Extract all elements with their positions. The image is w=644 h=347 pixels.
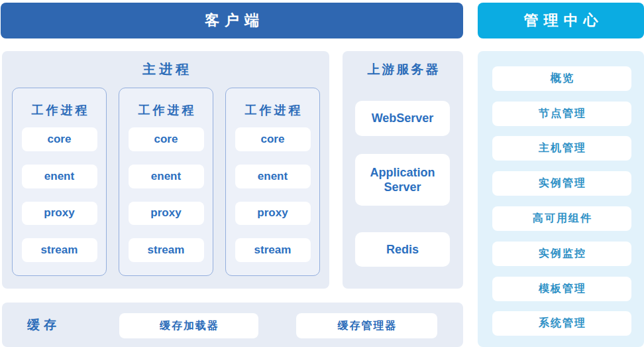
worker-module-enent: enent — [129, 165, 204, 188]
management-center-header-label: 管理中心 — [519, 11, 604, 31]
admin-item-overview: 概览 — [492, 66, 631, 91]
worker-module-core: core — [235, 127, 311, 151]
upstream-server-panel: 上游服务器 WebServer Application Server Redis — [343, 51, 463, 289]
upstream-redis-box: Redis — [355, 232, 450, 267]
worker-module-enent: enent — [22, 165, 97, 188]
admin-item-node-management: 节点管理 — [492, 102, 631, 126]
cache-manager-box: 缓存管理器 — [296, 313, 437, 338]
upstream-server-title: 上游服务器 — [343, 61, 463, 78]
cache-loader-box: 缓存加载器 — [119, 313, 258, 338]
worker-module-core: core — [129, 127, 204, 151]
worker-module-proxy: proxy — [129, 202, 204, 226]
worker-process-box-3: 工作进程 core enent proxy stream — [225, 88, 320, 276]
worker-module-stream: stream — [235, 238, 311, 262]
management-center-panel: 概览 节点管理 主机管理 实例管理 高可用组件 实例监控 模板管理 系统管理 — [478, 51, 644, 347]
cache-label: 缓存 — [23, 303, 60, 347]
cache-panel: 缓存 缓存加载器 缓存管理器 — [2, 303, 463, 347]
admin-item-instance-management: 实例管理 — [492, 171, 631, 196]
worker-module-proxy: proxy — [235, 202, 311, 226]
worker-process-title: 工作进程 — [136, 102, 197, 119]
main-process-title: 主进程 — [2, 60, 329, 78]
client-header: 客户端 — [1, 3, 463, 38]
admin-item-system-management: 系统管理 — [492, 311, 631, 336]
worker-process-title: 工作进程 — [242, 102, 303, 119]
worker-module-core: core — [22, 127, 97, 151]
worker-module-stream: stream — [22, 238, 97, 262]
client-header-label: 客户端 — [199, 11, 264, 31]
admin-item-host-management: 主机管理 — [492, 136, 631, 161]
upstream-application-server-box: Application Server — [355, 154, 450, 206]
worker-process-box-1: 工作进程 core enent proxy stream — [12, 88, 107, 276]
worker-module-proxy: proxy — [22, 202, 97, 226]
management-center-header: 管理中心 — [478, 3, 644, 38]
worker-process-box-2: 工作进程 core enent proxy stream — [119, 88, 213, 276]
worker-process-title: 工作进程 — [29, 102, 90, 119]
admin-item-instance-monitoring: 实例监控 — [492, 242, 631, 266]
admin-item-ha-components: 高可用组件 — [492, 206, 631, 231]
main-process-panel: 主进程 工作进程 core enent proxy stream 工作进程 co… — [2, 51, 329, 289]
admin-item-template-management: 模板管理 — [492, 277, 631, 301]
worker-module-enent: enent — [235, 165, 311, 188]
worker-process-row: 工作进程 core enent proxy stream 工作进程 core e… — [12, 88, 320, 276]
worker-module-stream: stream — [129, 238, 204, 262]
upstream-webserver-box: WebServer — [355, 101, 450, 136]
architecture-diagram: 客户端 管理中心 主进程 工作进程 core enent proxy strea… — [0, 0, 644, 347]
